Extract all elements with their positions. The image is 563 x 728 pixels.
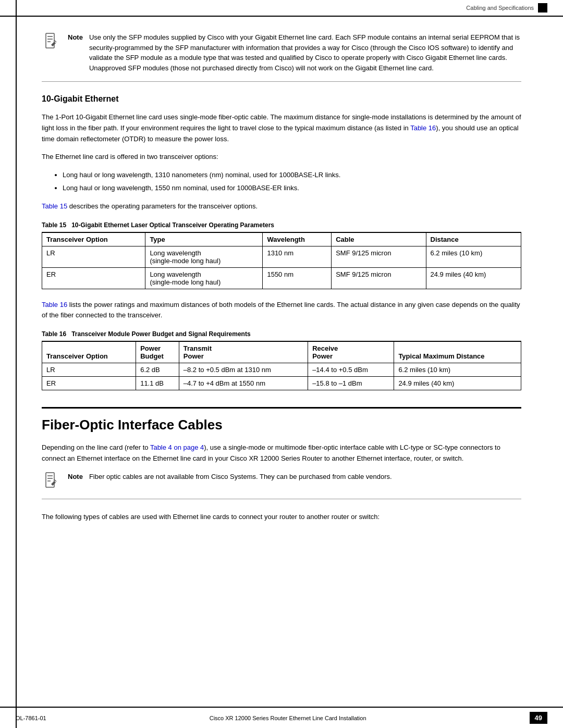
table15-header-row: Transceiver Option Type Wavelength Cable…: [42, 232, 521, 246]
t16-r1-c2: 6.2 dB: [136, 363, 179, 377]
note-box-2: Note Fiber optic cables are not availabl…: [42, 472, 521, 499]
page: Cabling and Specifications Note Use only…: [0, 0, 563, 728]
table16-intro-text: lists the power ratings and maximum dist…: [42, 301, 520, 319]
header-bar-icon: [538, 3, 547, 13]
footer-doc-title: Cisco XR 12000 Series Router Ethernet Li…: [210, 715, 366, 721]
t16-h1-c3: TransmitPower: [179, 341, 308, 363]
t16-h1-c4: ReceivePower: [308, 341, 394, 363]
table15-caption-text: 10-Gigabit Ethernet Laser Optical Transc…: [71, 221, 274, 229]
bullet-item-2: Long haul or long wavelength, 1550 nm no…: [63, 183, 521, 194]
section2-para1-pre: Depending on the line card (refer to: [42, 443, 150, 451]
table-row: ER 11.1 dB –4.7 to +4 dBm at 1550 nm –15…: [42, 377, 521, 390]
t16-r2-c5: 24.9 miles (40 km): [394, 377, 521, 390]
section1-heading: 10-Gigabit Ethernet: [42, 94, 521, 104]
header-title: Cabling and Specifications: [466, 5, 534, 11]
t15-r1-c5: 6.2 miles (10 km): [426, 246, 521, 267]
table15-col-cable: Cable: [332, 232, 426, 246]
t15-r1-c4: SMF 9/125 micron: [332, 246, 426, 267]
table16-link-1[interactable]: Table 16: [410, 124, 436, 132]
page-header: Cabling and Specifications: [0, 0, 563, 17]
note-label-2: Note: [68, 472, 83, 480]
table16-header-row1: Transceiver Option PowerBudget TransmitP…: [42, 341, 521, 363]
t15-r2-c1: ER: [42, 267, 145, 289]
t15-r2-c4: SMF 9/125 micron: [332, 267, 426, 289]
note-label-1: Note: [68, 32, 83, 41]
pencil-icon: [42, 32, 58, 51]
table16-caption: Table 16 Transceiver Module Power Budget…: [42, 330, 521, 338]
note-text-2: Fiber optic cables are not available fro…: [89, 472, 392, 482]
table15-head: Transceiver Option Type Wavelength Cable…: [42, 232, 521, 246]
t15-r1-c2: Long wavelength(single-mode long haul): [145, 246, 263, 267]
table-row: LR 6.2 dB –8.2 to +0.5 dBm at 1310 nm –1…: [42, 363, 521, 377]
table15-caption: Table 15 10-Gigabit Ethernet Laser Optic…: [42, 221, 521, 229]
footer-page-number: 49: [530, 712, 547, 724]
table15-link[interactable]: Table 15: [42, 202, 67, 210]
table16-head: Transceiver Option PowerBudget TransmitP…: [42, 341, 521, 363]
t15-r2-c5: 24.9 miles (40 km): [426, 267, 521, 289]
t16-r1-c5: 6.2 miles (10 km): [394, 363, 521, 377]
t16-r2-c3: –4.7 to +4 dBm at 1550 nm: [179, 377, 308, 390]
t16-h1-c2: PowerBudget: [136, 341, 179, 363]
t15-r1-c3: 1310 nm: [263, 246, 332, 267]
bullet-item-1: Long haul or long wavelength, 1310 nanom…: [63, 170, 521, 181]
section1-para2: The Ethernet line card is offered in two…: [42, 152, 521, 163]
table4-link[interactable]: Table 4 on page 4: [150, 443, 204, 451]
section2-heading: Fiber-Optic Interface Cables: [42, 407, 521, 433]
footer-page-area: 49: [530, 712, 547, 724]
note-icon-area: [42, 32, 68, 51]
t16-h1-c1: Transceiver Option: [42, 341, 136, 363]
section1-para3-end: describes the operating parameters for t…: [67, 202, 258, 210]
page-footer: OL-7861-01 Cisco XR 12000 Series Router …: [0, 707, 563, 728]
pencil-icon-2: [42, 472, 58, 490]
table15-col-transceiver: Transceiver Option: [42, 232, 145, 246]
table16-caption-text: Transceiver Module Power Budget and Sign…: [71, 330, 250, 338]
note-box-1: Note Use only the SFP modules supplied b…: [42, 32, 521, 82]
t16-r2-c1: ER: [42, 377, 136, 390]
svg-marker-4: [51, 42, 56, 46]
table16-caption-num: Table 16: [42, 330, 66, 338]
main-content: Note Use only the SFP modules supplied b…: [0, 17, 563, 546]
t16-r1-c1: LR: [42, 363, 136, 377]
section1-para3: Table 15 describes the operating paramet…: [42, 201, 521, 212]
note-icon-area-2: [42, 472, 68, 490]
t16-r1-c4: –14.4 to +0.5 dBm: [308, 363, 394, 377]
table16-intro-para: Table 16 lists the power ratings and max…: [42, 300, 521, 322]
t15-r1-c1: LR: [42, 246, 145, 267]
bullet-list-1: Long haul or long wavelength, 1310 nanom…: [63, 170, 521, 194]
footer-doc-id: OL-7861-01: [16, 715, 46, 721]
table16-body: LR 6.2 dB –8.2 to +0.5 dBm at 1310 nm –1…: [42, 363, 521, 390]
svg-marker-10: [51, 481, 56, 486]
section2-para2: The following types of cables are used w…: [42, 512, 521, 523]
section1-para1: The 1-Port 10-Gigabit Ethernet line card…: [42, 112, 521, 144]
t16-r2-c4: –15.8 to –1 dBm: [308, 377, 394, 390]
note-text-1: Use only the SFP modules supplied by Cis…: [89, 32, 521, 73]
table-row: ER Long wavelength(single-mode long haul…: [42, 267, 521, 289]
table15-col-wavelength: Wavelength: [263, 232, 332, 246]
table15: Transceiver Option Type Wavelength Cable…: [42, 232, 521, 289]
table16-link-2[interactable]: Table 16: [42, 301, 67, 309]
t16-h1-c5: Typical Maximum Distance: [394, 341, 521, 363]
table15-col-type: Type: [145, 232, 263, 246]
t16-r2-c2: 11.1 dB: [136, 377, 179, 390]
t15-r2-c3: 1550 nm: [263, 267, 332, 289]
table-row: LR Long wavelength(single-mode long haul…: [42, 246, 521, 267]
table15-body: LR Long wavelength(single-mode long haul…: [42, 246, 521, 289]
table15-col-distance: Distance: [426, 232, 521, 246]
table15-caption-num: Table 15: [42, 221, 66, 229]
table16: Transceiver Option PowerBudget TransmitP…: [42, 341, 521, 390]
t15-r2-c2: Long wavelength(single-mode long haul): [145, 267, 263, 289]
section2-para1: Depending on the line card (refer to Tab…: [42, 442, 521, 464]
t16-r1-c3: –8.2 to +0.5 dBm at 1310 nm: [179, 363, 308, 377]
